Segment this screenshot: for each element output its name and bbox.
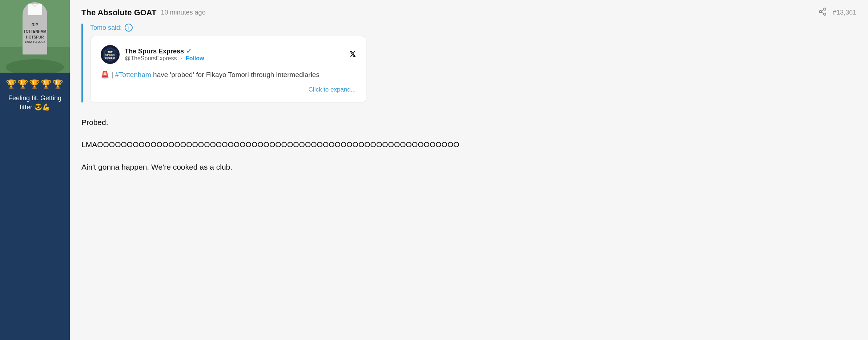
post-time: 10 minutes ago — [161, 9, 206, 16]
x-logo-icon: 𝕏 — [349, 50, 356, 59]
svg-point-10 — [824, 8, 826, 10]
tweet-handle: @TheSpursExpress — [125, 55, 177, 62]
avatar-container: RIP TOTTENHAM HOTSPUR 1882 TO 2025 — [0, 0, 70, 73]
svg-text:RIP: RIP — [32, 23, 38, 27]
tweet-pipe: | — [111, 71, 115, 78]
verified-icon: ✓ — [186, 47, 192, 55]
tweet-account: THE SPURS EXPRESS The Spurs Express ✓ — [101, 45, 204, 64]
tweet-name-block: The Spurs Express ✓ @TheSpursExpress · F… — [125, 47, 204, 62]
tweet-emoji: 🚨 — [101, 71, 109, 78]
sidebar: RIP TOTTENHAM HOTSPUR 1882 TO 2025 🏆🏆🏆🏆🏆… — [0, 0, 70, 340]
tweet-handle-row: @TheSpursExpress · Follow — [125, 55, 204, 62]
gravestone-svg: RIP TOTTENHAM HOTSPUR 1882 TO 2025 — [0, 0, 70, 73]
svg-text:1882 TO 2025: 1882 TO 2025 — [24, 40, 45, 44]
post-title: The Absolute GOAT — [81, 8, 157, 17]
click-expand-section: Click to expand... — [101, 80, 356, 93]
svg-text:HOTSPUR: HOTSPUR — [26, 35, 44, 39]
post-number: #13,361 — [833, 9, 856, 16]
post-paragraph-2: LMAOOOOOOOOOOOOOOOOOOOOOOOOOOOOOOOOOOOOO… — [81, 138, 856, 151]
spurs-express-logo: THE SPURS EXPRESS — [101, 45, 120, 64]
svg-point-11 — [819, 11, 821, 13]
follow-button[interactable]: Follow — [186, 55, 204, 62]
post-header-right: #13,361 — [818, 7, 856, 18]
trophy-icons: 🏆🏆🏆🏆🏆 — [3, 73, 67, 92]
quote-arrow-icon[interactable]: ↑ — [125, 24, 133, 32]
tweet-body-text: have 'probed' for Fikayo Tomori through … — [153, 71, 320, 78]
svg-point-12 — [824, 13, 826, 15]
tweet-header: THE SPURS EXPRESS The Spurs Express ✓ — [101, 45, 356, 64]
post-paragraph-1: Probed. — [81, 116, 856, 129]
quote-author: Tomo said: ↑ — [90, 24, 856, 32]
tweet-card: THE SPURS EXPRESS The Spurs Express ✓ — [90, 36, 366, 102]
svg-text:THE: THE — [108, 51, 113, 53]
svg-text:SPURS: SPURS — [105, 53, 115, 57]
svg-line-13 — [821, 12, 824, 14]
svg-text:EXPRESS: EXPRESS — [105, 57, 115, 59]
svg-rect-5 — [28, 4, 42, 15]
tweet-hashtag[interactable]: #Tottenham — [115, 71, 151, 78]
svg-text:TOTTENHAM: TOTTENHAM — [24, 29, 47, 33]
gravestone-image: RIP TOTTENHAM HOTSPUR 1882 TO 2025 — [0, 0, 70, 73]
post-paragraph-3: Ain't gonna happen. We're cooked as a cl… — [81, 160, 856, 174]
tweet-content: 🚨 | #Tottenham have 'probed' for Fikayo … — [101, 70, 356, 80]
share-icon[interactable] — [818, 7, 827, 18]
tweet-account-name: The Spurs Express ✓ — [125, 47, 204, 55]
post-header-left: The Absolute GOAT 10 minutes ago — [81, 8, 206, 17]
separator-dot: · — [180, 55, 182, 62]
quote-author-name: Tomo said: — [90, 24, 122, 32]
svg-line-14 — [821, 10, 824, 11]
post-header: The Absolute GOAT 10 minutes ago #13,361 — [70, 0, 868, 24]
quote-wrapper: Tomo said: ↑ THE SPURS EXPR — [81, 24, 856, 102]
post-body: Tomo said: ↑ THE SPURS EXPR — [70, 24, 868, 340]
user-status: Feeling fit. Getting fitter 😎💪 — [0, 92, 70, 119]
main-content: The Absolute GOAT 10 minutes ago #13,361 — [70, 0, 868, 340]
expand-link[interactable]: Click to expand... — [309, 86, 356, 93]
post-text-content: Probed. LMAOOOOOOOOOOOOOOOOOOOOOOOOOOOOO… — [81, 111, 856, 174]
